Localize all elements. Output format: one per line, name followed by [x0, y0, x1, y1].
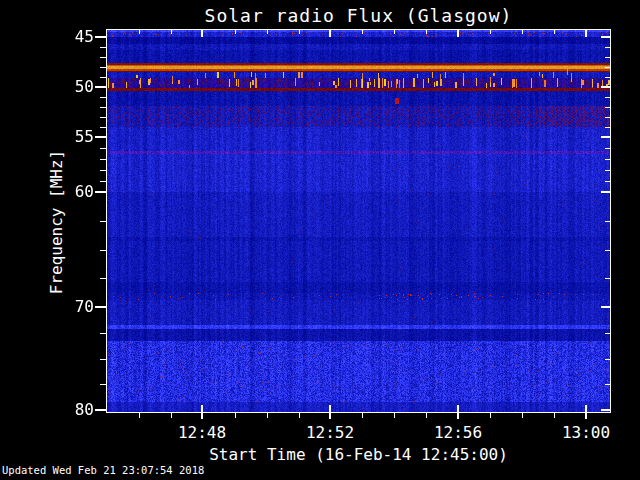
x-minor-tick-top [554, 30, 555, 34]
y-major-tick-left [95, 36, 107, 38]
x-major-tick-bottom [585, 405, 587, 419]
y-minor-tick-right [605, 77, 610, 78]
x-minor-tick-bottom [394, 412, 395, 418]
x-axis-title: Start Time (16-Feb-14 12:45:00) [107, 445, 610, 464]
chart-title: Solar radio Flux (Glasgow) [107, 5, 610, 26]
x-major-tick-bottom [329, 405, 331, 419]
y-minor-tick-right [605, 278, 610, 279]
y-major-tick-right [601, 409, 610, 411]
y-minor-tick-left [100, 97, 107, 98]
y-minor-tick-left [100, 384, 107, 385]
x-minor-tick-bottom [235, 412, 236, 418]
x-minor-tick-top [522, 30, 523, 34]
x-minor-tick-bottom [171, 412, 172, 418]
y-tick-label: 45 [52, 28, 94, 46]
x-minor-tick-top [299, 30, 300, 34]
y-minor-tick-left [100, 127, 107, 128]
x-minor-tick-top [426, 30, 427, 34]
y-minor-tick-left [100, 359, 107, 360]
y-minor-tick-left [100, 159, 107, 160]
x-major-tick-top [329, 30, 331, 37]
x-minor-tick-top [139, 30, 140, 34]
x-minor-tick-top [362, 30, 363, 34]
updated-timestamp: Updated Wed Feb 21 23:07:54 2018 [2, 464, 204, 476]
y-minor-tick-right [605, 47, 610, 48]
x-major-tick-bottom [201, 405, 203, 419]
x-minor-tick-bottom [554, 412, 555, 418]
y-minor-tick-left [100, 148, 107, 149]
y-major-tick-left [95, 136, 107, 138]
y-tick-label: 70 [52, 298, 94, 316]
y-minor-tick-right [605, 333, 610, 334]
y-tick-label: 60 [52, 183, 94, 201]
y-minor-tick-right [605, 57, 610, 58]
y-major-tick-right [601, 136, 610, 138]
y-major-tick-left [95, 409, 107, 411]
y-minor-tick-right [605, 159, 610, 160]
y-minor-tick-left [100, 333, 107, 334]
y-minor-tick-right [605, 117, 610, 118]
y-minor-tick-left [100, 250, 107, 251]
y-major-tick-left [95, 86, 107, 88]
x-minor-tick-bottom [299, 412, 300, 418]
y-minor-tick-right [605, 221, 610, 222]
x-minor-tick-top [490, 30, 491, 34]
x-major-tick-bottom [457, 405, 459, 419]
y-major-tick-left [95, 191, 107, 193]
y-minor-tick-left [100, 47, 107, 48]
x-minor-tick-bottom [426, 412, 427, 418]
y-tick-label: 50 [52, 78, 94, 96]
x-major-tick-top [585, 30, 587, 37]
x-minor-tick-bottom [522, 412, 523, 418]
y-major-tick-right [601, 191, 610, 193]
y-major-tick-right [601, 306, 610, 308]
y-minor-tick-right [605, 359, 610, 360]
x-minor-tick-bottom [139, 412, 140, 418]
y-major-tick-left [95, 306, 107, 308]
y-tick-label: 55 [52, 128, 94, 146]
y-major-tick-right [601, 86, 610, 88]
y-minor-tick-right [605, 181, 610, 182]
x-minor-tick-bottom [490, 412, 491, 418]
y-minor-tick-right [605, 127, 610, 128]
spectrogram-canvas [107, 30, 610, 412]
y-minor-tick-right [605, 148, 610, 149]
y-minor-tick-left [100, 67, 107, 68]
y-minor-tick-left [100, 57, 107, 58]
x-minor-tick-top [171, 30, 172, 34]
y-minor-tick-right [605, 97, 610, 98]
spectrogram-page: Solar radio Flux (Glasgow) 12:4812:5212:… [0, 0, 640, 480]
y-minor-tick-right [605, 384, 610, 385]
y-minor-tick-left [100, 278, 107, 279]
y-minor-tick-right [605, 170, 610, 171]
y-minor-tick-left [100, 77, 107, 78]
x-major-tick-top [457, 30, 459, 37]
x-major-tick-top [201, 30, 203, 37]
x-minor-tick-top [267, 30, 268, 34]
y-minor-tick-left [100, 170, 107, 171]
y-minor-tick-left [100, 181, 107, 182]
x-minor-tick-top [394, 30, 395, 34]
x-minor-tick-top [235, 30, 236, 34]
y-minor-tick-right [605, 107, 610, 108]
y-major-tick-right [601, 36, 610, 38]
y-minor-tick-left [100, 221, 107, 222]
y-minor-tick-right [605, 67, 610, 68]
y-minor-tick-left [100, 107, 107, 108]
y-tick-label: 80 [52, 401, 94, 419]
y-minor-tick-right [605, 250, 610, 251]
x-tick-label: 12:52 [290, 423, 370, 442]
x-minor-tick-bottom [362, 412, 363, 418]
y-minor-tick-left [100, 117, 107, 118]
x-tick-label: 13:00 [546, 423, 626, 442]
x-tick-label: 12:56 [418, 423, 498, 442]
x-minor-tick-bottom [267, 412, 268, 418]
x-tick-label: 12:48 [162, 423, 242, 442]
